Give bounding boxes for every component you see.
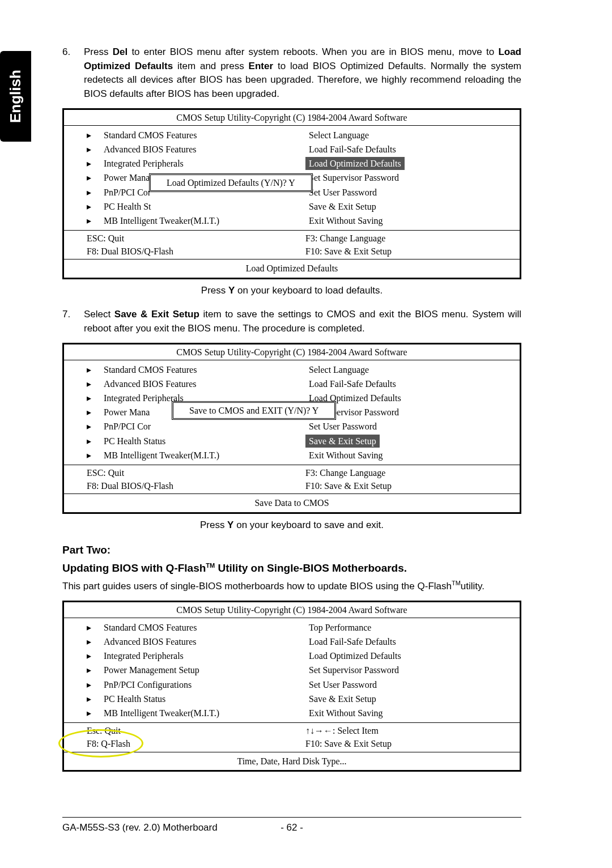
menu-arrow-icon: ▸: [87, 678, 100, 691]
text: Select: [84, 309, 114, 320]
menu-arrow-icon: ▸: [87, 621, 100, 634]
footer-model: GA-M55S-S3 (rev. 2.0) Motherboard: [62, 821, 258, 835]
hint-arrows: ↑↓→←: Select Item: [305, 724, 520, 737]
key-y: Y: [228, 285, 235, 296]
language-tab: English: [0, 51, 31, 142]
bios-menu-left: ▸Standard CMOS Features ▸Advanced BIOS F…: [64, 618, 292, 722]
menu-item[interactable]: Exit Without Saving: [305, 214, 386, 227]
bios-title: CMOS Setup Utility-Copyright (C) 1984-20…: [64, 602, 520, 618]
menu-item-name: Save & Exit Setup: [114, 309, 199, 320]
menu-item[interactable]: Standard CMOS Features: [100, 363, 200, 376]
text: Press: [84, 46, 113, 57]
menu-item[interactable]: Load Optimized Defaults: [305, 649, 405, 662]
menu-arrow-icon: ▸: [87, 363, 100, 376]
menu-arrow-icon: ▸: [87, 143, 100, 156]
hint-f3: F3: Change Language: [305, 232, 520, 245]
part-two-heading: Part Two:: [62, 542, 521, 558]
step-number: 6.: [62, 45, 84, 101]
menu-arrow-icon: ▸: [87, 377, 100, 390]
trademark: TM: [452, 580, 461, 586]
menu-arrow-icon: ▸: [87, 449, 100, 462]
bios-dialog-load-defaults[interactable]: Load Optimized Defaults (Y/N)? Y: [149, 173, 313, 192]
menu-arrow-icon: ▸: [87, 200, 100, 213]
menu-item[interactable]: PnP/PCI Cor: [100, 420, 154, 433]
hint-f10: F10: Save & Exit Setup: [305, 245, 520, 258]
text: utility.: [461, 581, 484, 592]
menu-arrow-icon: ▸: [87, 649, 100, 662]
menu-item[interactable]: PnP/PCI Cor: [100, 186, 154, 199]
bios-hints: ESC: Quit F8: Dual BIOS/Q-Flash F3: Chan…: [64, 465, 520, 494]
menu-item[interactable]: Advanced BIOS Features: [100, 143, 200, 156]
text: Press: [200, 520, 227, 530]
caption-2: Press Y on your keyboard to save and exi…: [62, 518, 521, 533]
menu-item[interactable]: Select Language: [305, 363, 372, 376]
menu-item[interactable]: Advanced BIOS Features: [100, 635, 200, 648]
bios-screenshot-2: CMOS Setup Utility-Copyright (C) 1984-20…: [62, 343, 521, 514]
menu-item[interactable]: Save & Exit Setup: [305, 692, 380, 705]
page-content: 6. Press Del to enter BIOS menu after sy…: [62, 45, 521, 772]
menu-item[interactable]: Power Management Setup: [100, 663, 203, 676]
menu-arrow-icon: ▸: [87, 635, 100, 648]
footer-page-number: - 62 -: [258, 821, 326, 835]
menu-item[interactable]: Set User Password: [305, 678, 380, 691]
text: Utility on Single-BIOS Motherboards.: [215, 562, 407, 574]
text: This part guides users of single-BIOS mo…: [62, 581, 452, 592]
step-6: 6. Press Del to enter BIOS menu after sy…: [62, 45, 521, 101]
bios-screenshot-3: CMOS Setup Utility-Copyright (C) 1984-20…: [62, 601, 521, 772]
menu-item[interactable]: Load Fail-Safe Defaults: [305, 143, 400, 156]
menu-item[interactable]: Set Supervisor Password: [305, 663, 402, 676]
menu-item[interactable]: PC Health St: [100, 200, 155, 213]
bios-dialog-save-cmos[interactable]: Save to CMOS and EXIT (Y/N)? Y: [172, 401, 336, 420]
menu-item[interactable]: Set User Password: [305, 186, 380, 199]
menu-item[interactable]: Set Supervisor Password: [305, 171, 402, 184]
menu-item[interactable]: Load Fail-Safe Defaults: [305, 635, 400, 648]
text: on your keyboard to save and exit.: [233, 520, 384, 530]
menu-arrow-icon: ▸: [87, 435, 100, 448]
menu-arrow-icon: ▸: [87, 157, 100, 170]
menu-item[interactable]: Exit Without Saving: [305, 707, 386, 720]
step-text: Select Save & Exit Setup item to save th…: [84, 308, 521, 335]
menu-item[interactable]: Standard CMOS Features: [100, 129, 200, 142]
menu-item[interactable]: Standard CMOS Features: [100, 621, 200, 634]
bios-status: Load Optimized Defaults: [64, 259, 520, 277]
menu-item[interactable]: Advanced BIOS Features: [100, 377, 200, 390]
text: item and press: [173, 61, 248, 71]
text: on your keyboard to load defaults.: [235, 285, 382, 296]
menu-arrow-icon: ▸: [87, 707, 100, 720]
key-del: Del: [113, 46, 128, 57]
part-two-subheading: Updating BIOS with Q-FlashTM Utility on …: [62, 560, 521, 576]
menu-item[interactable]: Load Fail-Safe Defaults: [305, 377, 400, 390]
bios-menu-right: Select Language Load Fail-Safe Defaults …: [292, 126, 520, 230]
menu-item-highlighted[interactable]: Load Optimized Defaults: [305, 157, 405, 170]
bios-status: Time, Date, Hard Disk Type...: [64, 752, 520, 770]
key-y: Y: [227, 520, 233, 530]
menu-item[interactable]: MB Intelligent Tweaker(M.I.T.): [100, 707, 223, 720]
menu-item[interactable]: PC Health Status: [100, 435, 169, 448]
hint-esc: ESC: Quit: [87, 232, 292, 245]
step-7: 7. Select Save & Exit Setup item to save…: [62, 308, 521, 335]
menu-item[interactable]: PnP/PCI Configurations: [100, 678, 195, 691]
menu-item[interactable]: Integrated Peripherals: [100, 157, 187, 170]
menu-item[interactable]: Save & Exit Setup: [305, 200, 380, 213]
menu-item[interactable]: MB Intelligent Tweaker(M.I.T.): [100, 214, 223, 227]
menu-item[interactable]: Exit Without Saving: [305, 449, 386, 462]
menu-item-highlighted[interactable]: Save & Exit Setup: [305, 435, 380, 448]
hint-f8: F8: Q-Flash: [87, 737, 292, 750]
menu-item[interactable]: Set User Password: [305, 420, 380, 433]
hint-f10: F10: Save & Exit Setup: [305, 479, 520, 492]
menu-arrow-icon: ▸: [87, 171, 100, 184]
menu-item[interactable]: Integrated Peripherals: [100, 649, 187, 662]
step-number: 7.: [62, 308, 84, 335]
menu-item[interactable]: PC Health Status: [100, 692, 169, 705]
menu-item[interactable]: Select Language: [305, 129, 372, 142]
menu-item[interactable]: Power Mana: [100, 406, 153, 419]
menu-arrow-icon: ▸: [87, 214, 100, 227]
step-text: Press Del to enter BIOS menu after syste…: [84, 45, 521, 101]
menu-arrow-icon: ▸: [87, 420, 100, 433]
menu-arrow-icon: ▸: [87, 392, 100, 405]
bios-title: CMOS Setup Utility-Copyright (C) 1984-20…: [64, 344, 520, 360]
menu-item[interactable]: MB Intelligent Tweaker(M.I.T.): [100, 449, 223, 462]
text: Updating BIOS with Q-Flash: [62, 562, 206, 574]
hint-f8: F8: Dual BIOS/Q-Flash: [87, 479, 292, 492]
menu-item[interactable]: Top Performance: [305, 621, 375, 634]
